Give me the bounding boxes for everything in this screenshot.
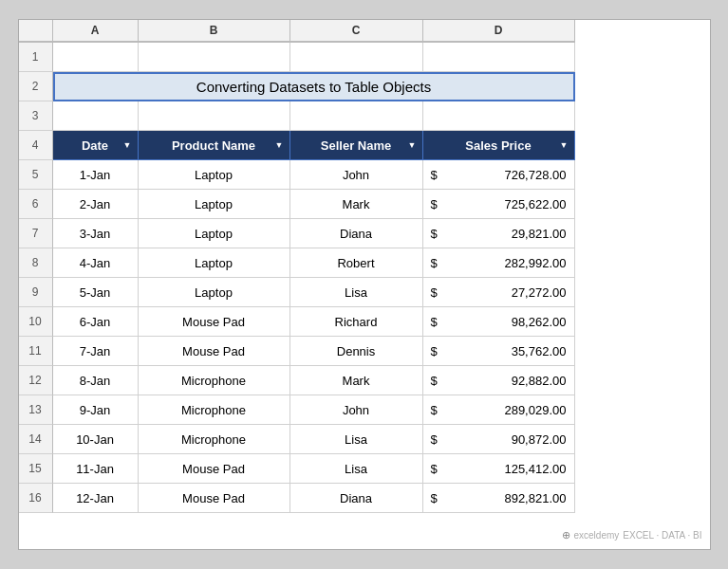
col-header-A: A — [53, 20, 139, 43]
row-num-3: 3 — [19, 101, 53, 131]
cell-9-seller: Lisa — [290, 278, 423, 307]
price-dollar: $ — [431, 227, 446, 241]
date-dropdown-icon[interactable]: ▼ — [123, 140, 132, 150]
col-price-label: Sales Price — [465, 138, 531, 153]
cell-7-date: 3-Jan — [53, 219, 139, 248]
price-dollar: $ — [431, 285, 446, 300]
row-num-4: 4 — [19, 131, 53, 160]
cell-8-product: Laptop — [139, 248, 290, 278]
cell-3-A — [53, 101, 139, 131]
cell-13-price: $289,029.00 — [423, 395, 575, 425]
row-num-2: 2 — [19, 72, 53, 101]
cell-6-price: $725,622.00 — [423, 190, 575, 219]
price-value: 35,762.00 — [446, 344, 567, 358]
product-dropdown-icon[interactable]: ▼ — [275, 140, 284, 150]
cell-11-product: Mouse Pad — [139, 337, 290, 366]
cell-3-C — [290, 101, 423, 131]
price-dollar: $ — [431, 432, 446, 447]
cell-15-price: $125,412.00 — [423, 454, 575, 484]
cell-6-date: 2-Jan — [53, 190, 139, 219]
row-num-12: 12 — [19, 366, 53, 395]
cell-10-price: $98,262.00 — [423, 307, 575, 337]
row-num-10: 10 — [19, 307, 53, 337]
price-value: 725,622.00 — [446, 197, 567, 211]
row-num-13: 13 — [19, 395, 53, 425]
cell-10-product: Mouse Pad — [139, 307, 290, 337]
price-value: 125,412.00 — [446, 462, 567, 476]
cell-14-product: Microphone — [139, 425, 290, 454]
cell-5-price: $726,728.00 — [423, 160, 575, 190]
cell-8-date: 4-Jan — [53, 248, 139, 278]
row-num-7: 7 — [19, 219, 53, 248]
cell-9-product: Laptop — [139, 278, 290, 307]
cell-1-A — [53, 43, 139, 72]
cell-14-seller: Lisa — [290, 425, 423, 454]
col-seller-label: Seller Name — [321, 138, 391, 153]
spreadsheet: A B C D 1 2 Converting Datasets to Table… — [18, 19, 711, 550]
price-value: 90,872.00 — [446, 432, 567, 447]
col-header-C: C — [290, 20, 423, 43]
tbl-col-seller[interactable]: Seller Name ▼ — [290, 131, 423, 160]
col-header-B: B — [139, 20, 290, 43]
cell-16-seller: Diana — [290, 484, 423, 513]
title-text: Converting Datasets to Table Objects — [196, 79, 431, 95]
cell-15-seller: Lisa — [290, 454, 423, 484]
col-date-label: Date — [82, 138, 108, 153]
cell-12-product: Microphone — [139, 366, 290, 395]
cell-16-price: $892,821.00 — [423, 484, 575, 513]
price-value: 282,992.00 — [446, 256, 567, 270]
price-dollar: $ — [431, 403, 446, 417]
price-dropdown-icon[interactable]: ▼ — [560, 140, 569, 150]
price-value: 92,882.00 — [446, 374, 567, 388]
cell-7-seller: Diana — [290, 219, 423, 248]
tbl-col-price[interactable]: Sales Price ▼ — [423, 131, 575, 160]
tbl-col-product[interactable]: Product Name ▼ — [139, 131, 290, 160]
price-dollar: $ — [431, 344, 446, 358]
cell-1-B — [139, 43, 290, 72]
cell-15-date: 11-Jan — [53, 454, 139, 484]
price-value: 289,029.00 — [446, 403, 567, 417]
cell-12-date: 8-Jan — [53, 366, 139, 395]
title-cell: Converting Datasets to Table Objects — [53, 72, 575, 101]
price-dollar: $ — [431, 315, 446, 329]
cell-8-price: $282,992.00 — [423, 248, 575, 278]
cell-15-product: Mouse Pad — [139, 454, 290, 484]
seller-dropdown-icon[interactable]: ▼ — [408, 140, 417, 150]
row-num-15: 15 — [19, 454, 53, 484]
price-dollar: $ — [431, 197, 446, 211]
row-num-5: 5 — [19, 160, 53, 190]
cell-3-B — [139, 101, 290, 131]
cell-10-seller: Richard — [290, 307, 423, 337]
cell-3-D — [423, 101, 575, 131]
cell-14-price: $90,872.00 — [423, 425, 575, 454]
row-num-16: 16 — [19, 484, 53, 513]
watermark-subtitle: EXCEL · DATA · BI — [623, 530, 701, 541]
cell-7-price: $29,821.00 — [423, 219, 575, 248]
price-dollar: $ — [431, 491, 446, 505]
cell-7-product: Laptop — [139, 219, 290, 248]
cell-13-product: Microphone — [139, 395, 290, 425]
price-dollar: $ — [431, 462, 446, 476]
cell-9-price: $27,272.00 — [423, 278, 575, 307]
cell-13-date: 9-Jan — [53, 395, 139, 425]
cell-6-product: Laptop — [139, 190, 290, 219]
grid: A B C D 1 2 Converting Datasets to Table… — [19, 20, 710, 549]
watermark-site: exceldemy — [574, 530, 620, 541]
col-product-label: Product Name — [172, 138, 255, 153]
cell-5-seller: John — [290, 160, 423, 190]
price-value: 892,821.00 — [446, 491, 567, 505]
price-value: 29,821.00 — [446, 227, 567, 241]
cell-11-seller: Dennis — [290, 337, 423, 366]
row-num-6: 6 — [19, 190, 53, 219]
cell-5-date: 1-Jan — [53, 160, 139, 190]
cell-13-seller: John — [290, 395, 423, 425]
row-num-1: 1 — [19, 43, 53, 72]
row-num-9: 9 — [19, 278, 53, 307]
col-header-D: D — [423, 20, 575, 43]
cell-12-price: $92,882.00 — [423, 366, 575, 395]
price-dollar: $ — [431, 256, 446, 270]
watermark-logo: ⊕ — [562, 529, 570, 541]
tbl-col-date[interactable]: Date ▼ — [53, 131, 139, 160]
cell-14-date: 10-Jan — [53, 425, 139, 454]
cell-1-C — [290, 43, 423, 72]
